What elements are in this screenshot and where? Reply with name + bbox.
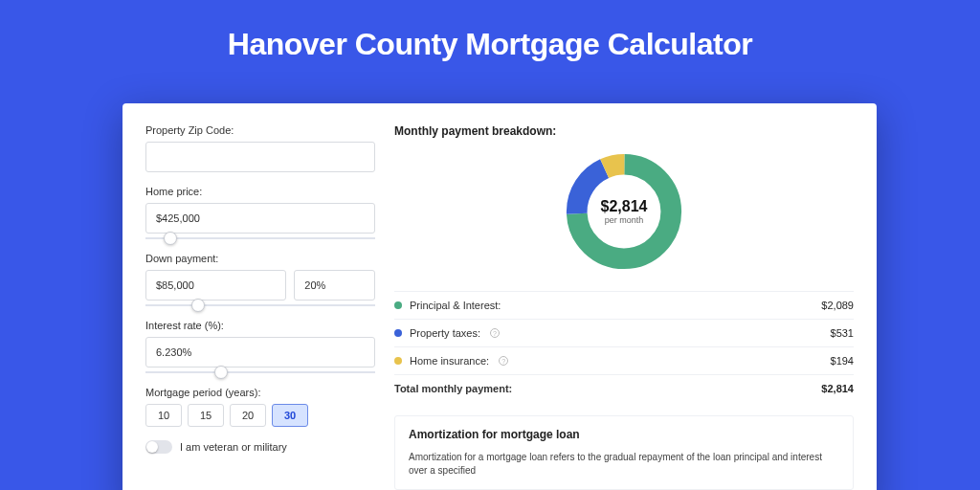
- home-price-field: Home price:: [145, 186, 375, 239]
- down-payment-input[interactable]: [145, 270, 286, 301]
- legend-insurance: Home insurance: ? $194: [394, 346, 854, 374]
- period-btn-30[interactable]: 30: [272, 404, 308, 427]
- zip-field: Property Zip Code:: [145, 124, 375, 172]
- page-title: Hanover County Mortgage Calculator: [0, 0, 980, 83]
- legend-value: $194: [831, 355, 854, 367]
- legend-taxes: Property taxes: ? $531: [394, 319, 854, 346]
- dot-icon: [394, 329, 402, 337]
- donut-center: $2,814 per month: [601, 198, 648, 225]
- home-price-input[interactable]: [145, 203, 375, 234]
- down-payment-slider[interactable]: [145, 304, 375, 306]
- period-btn-15[interactable]: 15: [188, 404, 224, 427]
- interest-slider-thumb[interactable]: [214, 366, 228, 379]
- info-icon[interactable]: ?: [490, 328, 500, 338]
- input-column: Property Zip Code: Home price: Down paym…: [145, 124, 375, 490]
- veteran-label: I am veteran or military: [180, 441, 287, 453]
- donut-center-sub: per month: [601, 215, 648, 225]
- interest-slider[interactable]: [145, 371, 375, 373]
- down-payment-pct-input[interactable]: [294, 270, 375, 301]
- amortization-text: Amortization for a mortgage loan refers …: [409, 451, 839, 478]
- total-label: Total monthly payment:: [394, 383, 512, 394]
- home-price-slider[interactable]: [145, 237, 375, 239]
- interest-label: Interest rate (%):: [145, 320, 375, 331]
- legend-value: $2,089: [821, 300, 854, 311]
- period-btn-20[interactable]: 20: [230, 404, 266, 427]
- down-payment-slider-thumb[interactable]: [191, 299, 205, 312]
- home-price-label: Home price:: [145, 186, 375, 197]
- down-payment-label: Down payment:: [145, 253, 375, 264]
- donut-center-amount: $2,814: [601, 198, 648, 215]
- legend-principal: Principal & Interest: $2,089: [394, 291, 854, 319]
- breakdown-column: Monthly payment breakdown: $2,814 per mo…: [394, 124, 854, 490]
- dot-icon: [394, 357, 402, 365]
- veteran-row: I am veteran or military: [145, 440, 375, 454]
- total-value: $2,814: [821, 383, 854, 394]
- period-btn-10[interactable]: 10: [145, 404, 182, 427]
- donut-chart: $2,814 per month: [394, 149, 854, 274]
- legend-label: Property taxes:: [410, 327, 480, 339]
- zip-label: Property Zip Code:: [145, 124, 375, 136]
- legend-value: $531: [831, 327, 854, 339]
- amortization-box: Amortization for mortgage loan Amortizat…: [394, 415, 854, 490]
- period-label: Mortgage period (years):: [145, 387, 375, 398]
- breakdown-title: Monthly payment breakdown:: [394, 124, 854, 138]
- legend-label: Home insurance:: [410, 355, 489, 367]
- legend-label: Principal & Interest:: [410, 300, 501, 311]
- down-payment-field: Down payment:: [145, 253, 375, 306]
- period-field: Mortgage period (years): 10 15 20 30: [145, 387, 375, 427]
- period-buttons: 10 15 20 30: [145, 404, 375, 427]
- veteran-toggle[interactable]: [145, 440, 172, 454]
- zip-input[interactable]: [145, 142, 375, 172]
- calculator-card: Property Zip Code: Home price: Down paym…: [122, 103, 877, 490]
- info-icon[interactable]: ?: [499, 356, 508, 366]
- interest-input[interactable]: [145, 337, 375, 368]
- legend-total: Total monthly payment: $2,814: [394, 374, 854, 402]
- dot-icon: [394, 301, 402, 309]
- home-price-slider-thumb[interactable]: [164, 232, 177, 245]
- amortization-title: Amortization for mortgage loan: [409, 428, 839, 441]
- interest-field: Interest rate (%):: [145, 320, 375, 373]
